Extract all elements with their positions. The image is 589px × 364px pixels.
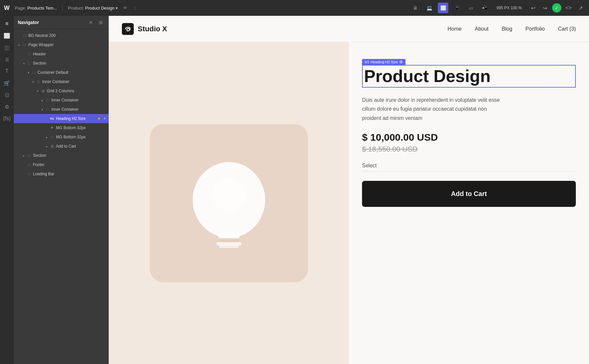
redo-icon[interactable]: ↪: [540, 3, 549, 13]
desktop-icon[interactable]: 🖥: [410, 3, 421, 13]
eye-icon[interactable]: 👁: [123, 6, 127, 11]
nav-tree: □BG Neutral 200▸□Page Wrapper⚡□Header●▾□…: [14, 29, 109, 364]
nav-link-home[interactable]: Home: [448, 26, 462, 32]
nav-link-blog[interactable]: Blog: [502, 26, 512, 32]
tree-label-bg-neutral: BG Neutral 200: [28, 33, 107, 38]
product-select-label: Select: [362, 163, 576, 169]
tree-node-icon-add-to-cart: ⊞: [49, 144, 55, 149]
tablet-icon[interactable]: 📱: [452, 3, 462, 13]
tree-arrow-page-wrapper[interactable]: ▸: [16, 42, 22, 47]
tree-label-header: Header: [33, 52, 102, 56]
navigator-title: Navigator: [18, 20, 39, 25]
tree-arrow-inner-container-1[interactable]: ▾: [30, 79, 36, 84]
action-icon-page-wrapper[interactable]: ⚡: [102, 42, 107, 47]
monitor-icon[interactable]: 💻: [424, 3, 435, 13]
mobile-icon[interactable]: 📲: [479, 3, 490, 13]
tree-arrow-bg-neutral[interactable]: [16, 33, 22, 38]
tree-node-icon-inner-container-2: □: [45, 98, 50, 103]
rail-text-icon[interactable]: T: [2, 66, 12, 76]
badge-label: Heading H2 Size: [371, 60, 398, 64]
tree-label-container-default: Container Default: [38, 70, 107, 75]
nav-link-cart[interactable]: Cart (3): [558, 26, 576, 32]
tree-node-icon-section-1: □: [26, 61, 32, 66]
tree-arrow-header[interactable]: [21, 51, 26, 57]
product-info: Product: Product Design ▾: [68, 6, 118, 11]
navigator-close-icon[interactable]: ✕: [87, 18, 95, 26]
nav-link-about[interactable]: About: [475, 26, 489, 32]
navigator-panel: Navigator ✕ ⊞ □BG Neutral 200▸□Page Wrap…: [14, 16, 109, 364]
tree-item-inner-container-3[interactable]: ▾□Inner Container: [14, 105, 109, 114]
tree-node-icon-container-default: □: [31, 70, 36, 75]
tree-arrow-inner-container-3[interactable]: ▾: [40, 107, 45, 112]
publish-check-icon[interactable]: ✓: [552, 3, 561, 13]
tree-arrow-grid-2col[interactable]: ▾: [35, 88, 40, 94]
rail-components-icon[interactable]: ◫: [2, 42, 12, 53]
tree-node-icon-inner-container-1: □: [36, 79, 41, 84]
tree-item-mg-bottom-32px-2[interactable]: ▸□MG Bottom 32px: [14, 132, 109, 142]
action-icon-mg-bottom-32px-1[interactable]: ⚡: [102, 125, 107, 130]
tree-arrow-container-default[interactable]: ▾: [26, 70, 31, 75]
tree-arrow-mg-bottom-32px-1[interactable]: [44, 125, 49, 130]
tree-arrow-add-to-cart[interactable]: ▸: [44, 144, 49, 149]
tree-item-footer[interactable]: □Footer●: [14, 160, 109, 169]
navigator-header: Navigator ✕ ⊞: [14, 16, 109, 29]
more-options-icon[interactable]: ⋮: [133, 6, 137, 11]
product-description: Duis aute irure dolor in reprehenderit i…: [362, 96, 500, 123]
tree-node-icon-page-wrapper: □: [22, 42, 27, 47]
tree-item-loading-bar[interactable]: □Loading Bar●: [14, 169, 109, 179]
rail-pages-icon[interactable]: ⬜: [2, 30, 12, 41]
tree-node-icon-grid-2col: ⊞: [40, 88, 45, 94]
tree-item-grid-2col[interactable]: ▾⊞Grid 2 Columns: [14, 86, 109, 96]
action-icon-heading-h2[interactable]: ⚡: [96, 116, 101, 121]
tree-item-mg-bottom-32px-1[interactable]: PMG Bottom 32px⚡: [14, 123, 109, 132]
tree-item-page-wrapper[interactable]: ▸□Page Wrapper⚡: [14, 40, 109, 49]
rail-settings-icon[interactable]: ⚙: [2, 101, 12, 112]
product-name[interactable]: Product Design: [85, 6, 114, 11]
tree-arrow-mg-bottom-32px-2[interactable]: ▸: [44, 134, 49, 140]
tree-item-inner-container-1[interactable]: ▾□Inner Container⚡: [14, 77, 109, 86]
tree-item-header[interactable]: □Header●: [14, 49, 109, 59]
navigator-expand-icon[interactable]: ⊞: [97, 18, 105, 26]
tablet-small-icon[interactable]: ▭: [465, 3, 476, 13]
tree-arrow-section-1[interactable]: ▾: [21, 61, 26, 66]
action-icon-add-to-cart[interactable]: ⚡: [102, 144, 107, 149]
logo: W: [4, 5, 10, 12]
tree-arrow-section-2[interactable]: ▸: [21, 153, 26, 158]
rail-fonts-icon[interactable]: {fs}: [2, 113, 12, 124]
rail-navigator-icon[interactable]: ≡: [2, 18, 12, 29]
share-icon[interactable]: ↗: [576, 3, 585, 13]
code-icon[interactable]: <>: [564, 3, 573, 13]
tree-arrow-heading-h2[interactable]: [44, 116, 49, 121]
lightbulb-icon: [176, 141, 282, 266]
green-dot-icon-header: ●: [102, 51, 107, 57]
tree-node-icon-header: □: [26, 51, 32, 57]
tree-arrow-inner-container-2[interactable]: ▸: [40, 98, 45, 103]
rail-cms-icon[interactable]: ⊡: [2, 90, 12, 100]
product-info-column: H1 Heading H2 Size ⚙ Product Design Duis…: [349, 42, 589, 364]
tree-label-mg-bottom-32px-1: MG Bottom 32px: [56, 126, 102, 130]
nav-link-portfolio[interactable]: Portfolio: [525, 26, 545, 32]
badge-gear-icon[interactable]: ⚙: [399, 60, 403, 64]
undo-icon[interactable]: ↩: [528, 3, 538, 13]
tree-item-container-default[interactable]: ▾□Container Default: [14, 68, 109, 77]
page-label: Page:: [15, 6, 26, 11]
tree-arrow-loading-bar[interactable]: [21, 171, 26, 177]
tree-item-bg-neutral[interactable]: □BG Neutral 200: [14, 31, 109, 40]
tree-label-inner-container-1: Inner Container: [42, 79, 102, 84]
tree-item-heading-h2[interactable]: H1Heading H2 Size⚡+: [14, 114, 109, 123]
laptop-icon[interactable]: ⬜: [438, 3, 448, 13]
page-info: Page: Products Tem...: [15, 6, 57, 11]
rail-layers-icon[interactable]: ≣: [2, 54, 12, 65]
tree-item-section-1[interactable]: ▾□Section: [14, 59, 109, 68]
action-icon-inner-container-1[interactable]: ⚡: [102, 79, 107, 84]
tree-label-inner-container-3: Inner Container: [51, 107, 107, 112]
tree-arrow-footer[interactable]: [21, 162, 26, 167]
tree-item-inner-container-2[interactable]: ▸□Inner Container⚡: [14, 96, 109, 105]
add-to-cart-button[interactable]: Add to Cart: [362, 181, 576, 207]
rail-assets-icon[interactable]: 🛒: [2, 78, 12, 88]
page-name[interactable]: Products Tem...: [27, 6, 57, 11]
tree-item-section-2[interactable]: ▸□Section: [14, 151, 109, 160]
action-icon-inner-container-2[interactable]: ⚡: [102, 98, 107, 103]
tree-item-add-to-cart[interactable]: ▸⊞Add to Cart⚡: [14, 142, 109, 151]
action-icon2-heading-h2[interactable]: +: [102, 116, 107, 121]
